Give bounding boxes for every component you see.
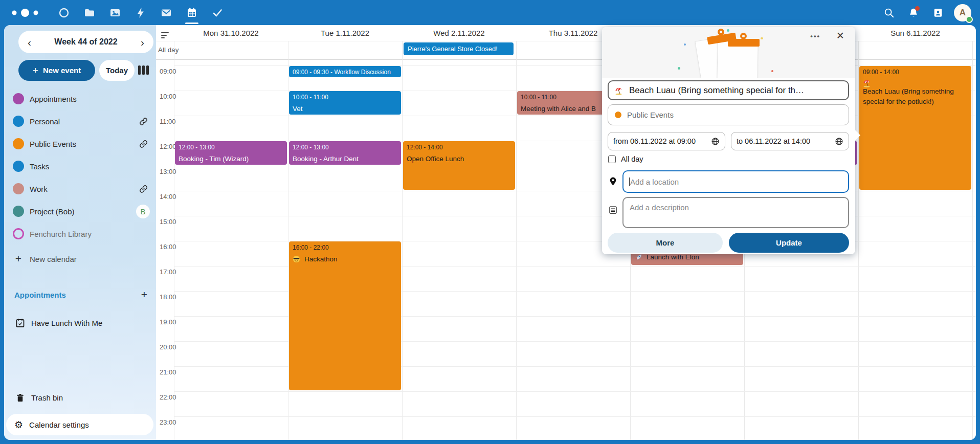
calendar-event[interactable]: 12:00 - 13:00Booking - Tim (Wizard) xyxy=(175,141,287,165)
hour-label: 16:00 xyxy=(160,243,176,251)
calendar-name: Appointments xyxy=(30,95,77,103)
sidebar-calendar-item[interactable]: Project (Bob)B xyxy=(4,200,156,223)
hour-label: 15:00 xyxy=(160,218,176,226)
event-title: Booking - Arthur Dent xyxy=(293,154,397,164)
trash-icon xyxy=(14,393,26,403)
calendar-color-dot xyxy=(13,183,24,194)
calendar-name: Fenchurch Library xyxy=(30,230,92,238)
calendar-select[interactable]: Public Events xyxy=(608,104,849,125)
calendar-name: Project (Bob) xyxy=(30,207,75,216)
calendar-name: Tasks xyxy=(30,162,49,171)
contacts-icon[interactable] xyxy=(926,0,950,25)
gear-icon: ⚙ xyxy=(14,420,23,430)
hour-label: 18:00 xyxy=(160,293,176,301)
all-day-checkbox[interactable]: All day xyxy=(608,155,643,163)
event-title: Open Office Lunch xyxy=(407,154,511,164)
hour-label: 19:00 xyxy=(160,318,176,326)
sidebar-calendar-item[interactable]: Appointments xyxy=(4,87,156,110)
sunglasses-icon xyxy=(293,255,300,265)
description-input[interactable]: Add a description xyxy=(622,197,849,228)
sidebar-calendar-item[interactable]: Public Events xyxy=(4,132,156,155)
event-title: Beach Luau (Bring something special for … xyxy=(863,79,968,107)
description-icon xyxy=(608,205,618,215)
plus-icon: + xyxy=(13,253,24,265)
rocket-icon xyxy=(635,253,642,263)
checkbox-unchecked[interactable] xyxy=(608,156,616,163)
app-photos-icon[interactable] xyxy=(102,0,128,25)
calendar-color-dot xyxy=(13,93,24,104)
add-appointment-config-button[interactable]: + xyxy=(141,288,147,301)
event-time: 12:00 - 14:00 xyxy=(407,143,511,151)
today-button[interactable]: Today xyxy=(99,60,135,81)
app-activity-icon[interactable] xyxy=(128,0,153,25)
app-calendar-icon[interactable] xyxy=(179,0,205,25)
calendar-event[interactable]: 12:00 - 13:00Booking - Arthur Dent xyxy=(289,141,401,165)
description-placeholder: Add a description xyxy=(630,203,689,212)
close-icon[interactable]: × xyxy=(836,29,844,42)
more-button[interactable]: More xyxy=(608,233,723,253)
event-time: 09:00 - 14:00 xyxy=(863,68,968,76)
day-header: Tue 1.11.2022 xyxy=(288,25,402,41)
section-title: Appointments xyxy=(14,291,66,299)
calendar-sidebar: ‹ Week 44 of 2022 › + New event Today Ap… xyxy=(4,25,156,440)
timezone-globe-icon[interactable] xyxy=(711,137,720,146)
calendar-color-dot xyxy=(13,116,24,127)
sidebar-calendar-item[interactable]: Work xyxy=(4,177,156,200)
plus-icon: + xyxy=(33,65,38,76)
trash-bin-button[interactable]: Trash bin xyxy=(4,386,156,409)
calendar-color-dot xyxy=(13,228,24,239)
location-input[interactable]: Add a location xyxy=(622,170,849,193)
start-datetime-field[interactable]: from 06.11.2022 at 09:00 xyxy=(608,132,725,150)
avatar-letter: A xyxy=(960,8,966,18)
app-navigation xyxy=(51,0,230,25)
new-calendar-button[interactable]: + New calendar xyxy=(4,248,156,270)
all-day-event[interactable]: Pierre's General Store Closed! xyxy=(404,42,514,55)
calendar-settings-button[interactable]: ⚙ Calendar settings xyxy=(6,414,153,435)
notifications-bell-icon[interactable] xyxy=(901,0,926,25)
hour-label: 21:00 xyxy=(160,368,176,376)
topbar: A xyxy=(0,0,980,25)
app-files-icon[interactable] xyxy=(77,0,102,25)
hour-label: 20:00 xyxy=(160,343,176,351)
event-title-value: Beach Luau (Bring something special for … xyxy=(629,85,804,96)
calendar-color-dot xyxy=(615,112,621,118)
event-time: 12:00 - 13:00 xyxy=(293,143,397,151)
calendar-event[interactable]: 09:00 - 14:00Beach Luau (Bring something… xyxy=(859,66,971,190)
shared-by-badge: B xyxy=(136,205,150,218)
popup-more-actions-icon[interactable]: ••• xyxy=(810,32,820,40)
event-title: Booking - Tim (Wizard) xyxy=(179,154,283,164)
previous-week-button[interactable]: ‹ xyxy=(26,37,33,48)
update-button[interactable]: Update xyxy=(729,233,849,253)
day-header: Mon 31.10.2022 xyxy=(174,25,288,41)
appointment-item[interactable]: Have Lunch With Me xyxy=(4,312,156,334)
next-week-button[interactable]: › xyxy=(139,37,146,48)
user-avatar[interactable]: A xyxy=(950,0,975,25)
day-header: Wed 2.11.2022 xyxy=(402,25,516,41)
app-tasks-icon[interactable] xyxy=(205,0,230,25)
event-title: Hackathon xyxy=(293,254,397,264)
nextcloud-logo[interactable] xyxy=(9,5,43,20)
event-title-input[interactable]: Beach Luau (Bring something special for … xyxy=(608,80,849,100)
calendar-event[interactable]: 16:00 - 22:00Hackathon xyxy=(289,241,401,390)
calendar-color-dot xyxy=(13,138,24,149)
new-event-button[interactable]: + New event xyxy=(18,60,95,81)
view-columns-icon[interactable] xyxy=(138,65,149,75)
sidebar-calendar-item[interactable]: Tasks xyxy=(4,155,156,177)
calendar-name: Personal xyxy=(30,117,60,126)
sidebar-calendar-item[interactable]: Personal xyxy=(4,110,156,132)
share-link-icon xyxy=(139,140,148,148)
app-dashboard-icon[interactable] xyxy=(51,0,77,25)
share-link-icon xyxy=(139,185,148,193)
calendar-event[interactable]: 10:00 - 11:00Vet xyxy=(289,91,401,115)
grid-view-menu-icon[interactable] xyxy=(161,32,172,40)
calendar-color-dot xyxy=(13,161,24,172)
week-label: Week 44 of 2022 xyxy=(33,37,139,47)
calendar-event[interactable]: 12:00 - 14:00Open Office Lunch xyxy=(403,141,515,190)
calendar-event[interactable]: 09:00 - 09:30 - Workflow Discussion xyxy=(289,66,401,77)
timezone-globe-icon[interactable] xyxy=(835,137,843,146)
end-datetime-field[interactable]: to 06.11.2022 at 14:00 xyxy=(731,132,849,150)
app-mail-icon[interactable] xyxy=(153,0,179,25)
event-title: Vet xyxy=(293,104,397,114)
search-icon[interactable] xyxy=(877,0,901,25)
sidebar-calendar-item[interactable]: Fenchurch Library xyxy=(4,223,156,245)
